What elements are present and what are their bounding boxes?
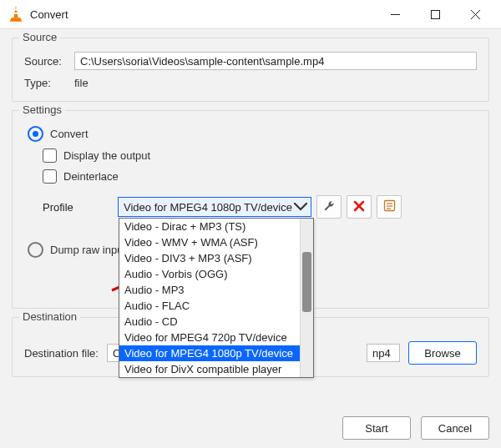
window-title: Convert	[30, 8, 374, 21]
profile-option-list: Video - Dirac + MP3 (TS)Video - WMV + WM…	[119, 219, 300, 377]
source-label: Source:	[24, 55, 74, 68]
deinterlace-checkbox[interactable]: Deinterlace	[43, 169, 477, 184]
profile-option[interactable]: Video - WMV + WMA (ASF)	[119, 234, 300, 250]
deinterlace-label: Deinterlace	[63, 170, 119, 183]
dump-raw-label: Dump raw input	[50, 244, 126, 256]
vlc-icon	[8, 7, 23, 22]
new-profile-icon	[383, 199, 396, 214]
destination-file-field-right[interactable]	[367, 344, 400, 362]
type-label: Type:	[24, 77, 74, 89]
profile-option[interactable]: Video for MPEG4 720p TV/device	[119, 330, 300, 345]
radio-dot-icon	[28, 126, 43, 142]
profile-option[interactable]: Video for MPEG4 1080p TV/device	[119, 345, 300, 361]
scrollbar-thumb[interactable]	[302, 252, 311, 312]
source-group: Source Source: Type: file	[12, 38, 489, 102]
minimize-button[interactable]	[376, 1, 414, 28]
profile-selected-text: Video for MPEG4 1080p TV/device	[124, 201, 294, 214]
profile-option[interactable]: Video for DivX compatible player	[119, 361, 300, 377]
display-output-label: Display the output	[63, 149, 150, 162]
settings-legend: Settings	[19, 103, 65, 116]
source-field[interactable]	[74, 52, 477, 70]
profile-option[interactable]: Audio - CD	[119, 314, 300, 330]
convert-radio-label: Convert	[50, 128, 89, 140]
profile-row: Profile Video for MPEG4 1080p TV/device …	[24, 195, 477, 219]
profile-option[interactable]: Video - Dirac + MP3 (TS)	[119, 219, 300, 234]
start-button[interactable]: Start	[342, 416, 411, 440]
cancel-button[interactable]: Cancel	[421, 416, 489, 440]
checkbox-icon	[43, 148, 57, 163]
dialog-body: Source Source: Type: file Settings Conve…	[0, 28, 501, 448]
profile-option[interactable]: Video - DIV3 + MP3 (ASF)	[119, 250, 300, 266]
profile-option[interactable]: Audio - FLAC	[119, 298, 300, 314]
svg-rect-3	[431, 10, 439, 18]
settings-group: Settings Convert Display the output Dein…	[12, 110, 489, 309]
profile-option[interactable]: Audio - MP3	[119, 282, 300, 298]
svg-rect-0	[13, 9, 18, 11]
profile-option[interactable]: Audio - Vorbis (OGG)	[119, 266, 300, 282]
new-profile-button[interactable]	[377, 195, 402, 219]
destination-file-label: Destination file:	[24, 347, 99, 360]
browse-button[interactable]: Browse	[408, 341, 477, 365]
chevron-down-icon	[294, 199, 307, 214]
delete-x-icon	[353, 200, 365, 214]
radio-dot-icon	[28, 242, 43, 258]
dialog-button-bar: Start Cancel	[342, 416, 489, 440]
profile-dropdown: Video - Dirac + MP3 (TS)Video - WMV + WM…	[119, 218, 314, 378]
dropdown-scrollbar[interactable]	[300, 219, 313, 377]
type-value: file	[74, 77, 89, 89]
maximize-button[interactable]	[416, 1, 454, 28]
wrench-icon	[322, 199, 336, 215]
titlebar: Convert	[0, 0, 501, 28]
destination-legend: Destination	[19, 310, 80, 323]
display-output-checkbox[interactable]: Display the output	[43, 148, 477, 163]
svg-rect-1	[13, 13, 18, 14]
delete-profile-button[interactable]	[347, 195, 372, 219]
checkbox-icon	[43, 169, 57, 184]
profile-combobox[interactable]: Video for MPEG4 1080p TV/device Video - …	[118, 197, 311, 217]
source-legend: Source	[19, 31, 60, 43]
convert-radio[interactable]: Convert	[28, 126, 477, 142]
edit-profile-button[interactable]	[316, 195, 342, 219]
close-button[interactable]	[456, 1, 494, 28]
profile-label: Profile	[43, 201, 118, 214]
convert-dialog: Convert Source Source: Type: file Settin…	[0, 0, 501, 448]
